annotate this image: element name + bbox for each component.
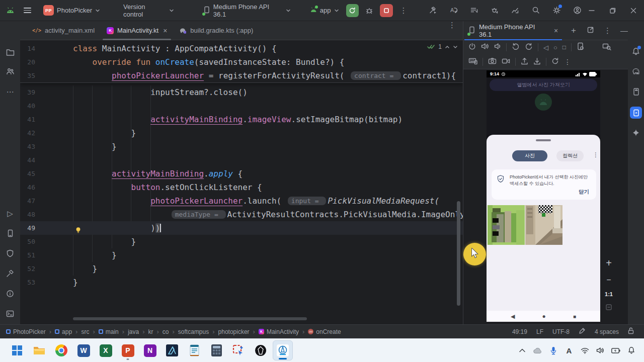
encoding-widget[interactable]: UTF-8 bbox=[552, 328, 570, 335]
highlighting-level-button[interactable] bbox=[579, 327, 586, 336]
back-button[interactable]: ◁ bbox=[543, 44, 548, 51]
breadcrumb-mainactivity[interactable]: KMainActivity bbox=[259, 328, 299, 335]
line-number[interactable]: 35 bbox=[20, 69, 35, 82]
code-line-49[interactable]: 49 )) bbox=[20, 221, 463, 235]
tab-activity-main-xml[interactable]: </> activity_main.xml bbox=[26, 21, 101, 40]
inspections-widget[interactable]: 1 bbox=[427, 43, 458, 50]
build-run-button[interactable] bbox=[429, 6, 437, 15]
affinity-designer-button[interactable] bbox=[162, 340, 182, 360]
line-number[interactable]: 43 bbox=[20, 140, 35, 153]
next-problem-icon[interactable] bbox=[453, 45, 458, 49]
emulator-screen[interactable]: 9:14 앨범에서 사진 가져오기 사진 bbox=[487, 70, 600, 322]
apply-code-changes-button[interactable] bbox=[470, 6, 478, 15]
line-number[interactable]: 47 bbox=[20, 194, 35, 208]
project-widget[interactable]: PP PhotoPicker bbox=[43, 5, 100, 16]
caret-position-widget[interactable]: 49:19 bbox=[512, 328, 527, 335]
debug-button[interactable] bbox=[363, 4, 376, 17]
line-number[interactable]: 49 bbox=[20, 221, 35, 235]
editor-horizontal-scrollbar[interactable] bbox=[73, 317, 307, 320]
code-line-43[interactable]: 43 } bbox=[20, 140, 463, 153]
android-studio-taskbar-button[interactable] bbox=[273, 340, 293, 360]
breadcrumb-src[interactable]: src bbox=[81, 328, 89, 335]
photo-thumbnail-2[interactable] bbox=[525, 205, 562, 245]
app-insights-tool-button[interactable] bbox=[4, 247, 16, 259]
zoom-in-button[interactable]: + bbox=[606, 257, 612, 269]
calculator-button[interactable] bbox=[206, 340, 226, 360]
breadcrumb-oncreate[interactable]: monCreate bbox=[308, 328, 341, 335]
word-button[interactable]: W bbox=[73, 340, 94, 360]
chrome-button[interactable] bbox=[51, 340, 71, 360]
download-button[interactable] bbox=[533, 57, 541, 67]
code-lines[interactable]: 39 inputStream?.close()4041 activityMain… bbox=[20, 85, 463, 289]
tab-close-icon[interactable]: × bbox=[163, 27, 167, 35]
code-line-53[interactable]: 53} bbox=[20, 276, 463, 289]
line-number[interactable]: 45 bbox=[20, 167, 35, 180]
zoom-out-button[interactable]: − bbox=[606, 276, 611, 285]
device-settings-button[interactable] bbox=[577, 42, 584, 52]
project-tool-button[interactable] bbox=[4, 46, 16, 58]
run-tool-button[interactable]: ▷ bbox=[4, 207, 16, 219]
line-number[interactable]: 48 bbox=[20, 208, 35, 221]
nav-recents-button[interactable]: ■ bbox=[573, 314, 576, 319]
readonly-toggle[interactable] bbox=[628, 327, 634, 336]
line-number[interactable]: 46 bbox=[20, 180, 35, 194]
run-configuration-selector[interactable]: app bbox=[310, 7, 339, 14]
minimize-button[interactable] bbox=[582, 0, 602, 21]
gradle-tool-button[interactable] bbox=[630, 65, 642, 77]
notification-bell-icon[interactable] bbox=[627, 346, 636, 355]
attach-debugger-button[interactable] bbox=[491, 6, 499, 15]
volume-up-button[interactable] bbox=[481, 43, 489, 52]
settings-button[interactable] bbox=[552, 6, 561, 15]
reset-button[interactable] bbox=[551, 57, 559, 67]
nav-home-button[interactable]: ● bbox=[542, 313, 546, 320]
breadcrumb-java[interactable]: java bbox=[128, 328, 139, 335]
panel-options-button[interactable]: ⋮ bbox=[604, 27, 611, 34]
line-number[interactable]: 14 bbox=[20, 42, 35, 55]
code-line-45[interactable]: 45 activityMainBinding.apply { bbox=[20, 167, 463, 180]
code-line-46[interactable]: 46 button.setOnClickListener { bbox=[20, 180, 463, 194]
line-number[interactable]: 41 bbox=[20, 113, 35, 126]
tab-build-gradle[interactable]: build.gradle.kts (:app) bbox=[173, 21, 259, 40]
commit-tool-button[interactable] bbox=[4, 65, 16, 77]
excel-button[interactable]: X bbox=[96, 340, 116, 360]
editor-vertical-scrollbar[interactable] bbox=[457, 201, 460, 306]
account-button[interactable] bbox=[573, 6, 582, 15]
photo-picker-sheet[interactable]: 사진 컬렉션 ⋮ PhotoPicker에서 내가 선택한 사진에만 액세스할 … bbox=[487, 135, 600, 311]
gemini-button[interactable] bbox=[630, 127, 642, 139]
indent-widget[interactable]: 4 spaces bbox=[595, 328, 619, 335]
breadcrumb-main[interactable]: main bbox=[99, 328, 119, 335]
more-actions-button[interactable]: ⋮ bbox=[400, 7, 408, 14]
line-number[interactable]: 20 bbox=[20, 55, 35, 69]
screen-record-button[interactable] bbox=[502, 57, 510, 66]
code-line-44[interactable]: 44 bbox=[20, 153, 463, 167]
onedrive-icon[interactable] bbox=[533, 346, 542, 355]
device-tab-close-icon[interactable]: × bbox=[554, 27, 558, 35]
line-number[interactable]: 53 bbox=[20, 276, 35, 289]
line-number[interactable]: 40 bbox=[20, 99, 35, 113]
open-in-window-button[interactable] bbox=[587, 27, 594, 35]
add-device-button[interactable]: + bbox=[571, 26, 576, 35]
build-tool-button[interactable] bbox=[4, 267, 16, 280]
screenshot-button[interactable] bbox=[488, 57, 497, 66]
volume-tray-icon[interactable] bbox=[596, 346, 605, 355]
line-ending-widget[interactable]: LF bbox=[536, 328, 543, 335]
problems-tool-button[interactable] bbox=[4, 288, 16, 300]
rotate-left-button[interactable] bbox=[512, 43, 520, 52]
profiler-button[interactable] bbox=[511, 6, 520, 15]
code-line-51[interactable]: 51 } bbox=[20, 248, 463, 262]
hide-panel-button[interactable]: — bbox=[620, 27, 628, 34]
breadcrumb-kr[interactable]: kr bbox=[148, 328, 153, 335]
sheet-drag-handle[interactable] bbox=[536, 139, 551, 141]
breadcrumb-photopicker[interactable]: photopicker bbox=[218, 328, 250, 335]
battery-tray-icon[interactable] bbox=[611, 346, 620, 355]
tray-expand-button[interactable] bbox=[518, 346, 527, 355]
breadcrumb-app[interactable]: app bbox=[55, 328, 72, 335]
line-number[interactable]: 52 bbox=[20, 262, 35, 276]
zoom-actual-size-button[interactable]: 1:1 bbox=[605, 291, 613, 297]
line-number[interactable]: 44 bbox=[20, 153, 35, 167]
close-button[interactable] bbox=[623, 0, 644, 21]
code-line-40[interactable]: 40 bbox=[20, 99, 463, 113]
main-menu-button[interactable] bbox=[24, 6, 31, 15]
terminal-tool-button[interactable] bbox=[4, 308, 16, 320]
code-line-35[interactable]: 35 photoPickerLauncher = registerForActi… bbox=[20, 69, 463, 82]
